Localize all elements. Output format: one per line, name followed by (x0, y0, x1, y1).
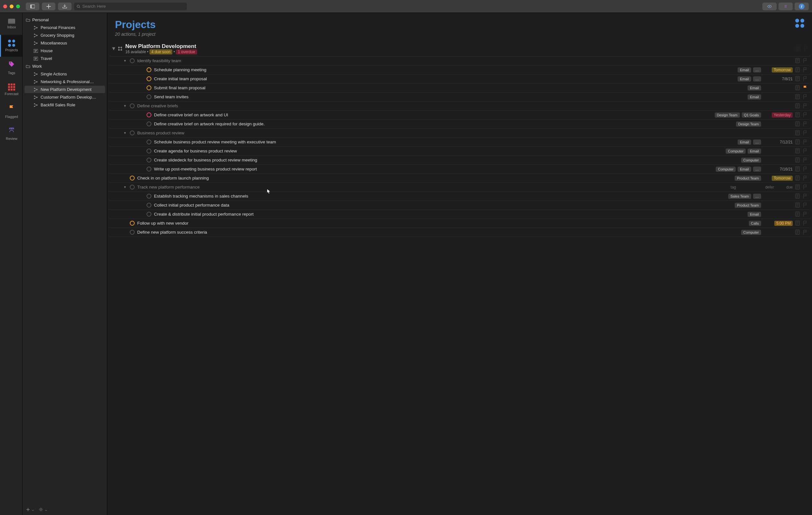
note-icon[interactable] (795, 85, 800, 90)
task-status-circle[interactable] (147, 139, 151, 144)
task-status-circle[interactable] (130, 58, 135, 63)
task-status-circle[interactable] (130, 175, 135, 181)
tag-pill[interactable]: Email (748, 212, 761, 217)
flag-button[interactable] (802, 148, 808, 154)
tag-pill[interactable]: … (753, 167, 761, 172)
tag-pill[interactable]: … (753, 139, 761, 145)
note-icon[interactable] (795, 193, 800, 198)
tag-pill[interactable]: … (753, 67, 761, 73)
flag-button[interactable] (802, 230, 808, 235)
flag-button[interactable] (802, 221, 808, 226)
task-status-circle[interactable] (130, 230, 135, 235)
task-row[interactable]: ▼Check in on platform launch planningPro… (109, 174, 810, 183)
toggle-sidebar-button[interactable] (26, 3, 39, 10)
sidebar-item[interactable]: Networking & Professional… (25, 78, 105, 85)
task-status-circle[interactable] (147, 85, 151, 90)
tag-pill[interactable]: Email (748, 148, 761, 154)
task-status-circle[interactable] (147, 212, 151, 217)
sidebar-item[interactable]: New Platform Development (25, 86, 105, 93)
search-input[interactable] (82, 4, 184, 9)
task-row[interactable]: ▼Write up post-meeting business product … (109, 165, 810, 174)
task-group-row[interactable]: ▼Identify feasibility team (109, 56, 810, 65)
search-field[interactable] (74, 3, 187, 10)
flag-button[interactable] (802, 158, 808, 163)
perspective-flagged[interactable]: Flagged (0, 101, 22, 123)
flag-button[interactable] (802, 104, 808, 109)
note-icon[interactable] (795, 148, 800, 154)
zoom-window-button[interactable] (16, 4, 20, 8)
task-row[interactable]: ▼Send team invitesEmail (109, 92, 810, 102)
sidebar-item[interactable]: Personal Finances (25, 24, 105, 31)
task-row[interactable]: ▼Submit final team proposalEmail (109, 83, 810, 92)
tag-pill[interactable]: … (753, 76, 761, 82)
task-status-circle[interactable] (130, 185, 135, 190)
flag-button[interactable] (802, 131, 808, 136)
task-status-circle[interactable] (147, 67, 151, 72)
disclosure-triangle[interactable]: ▼ (123, 104, 127, 108)
perspective-projects[interactable]: Projects (0, 35, 22, 57)
flag-button[interactable] (802, 203, 808, 208)
task-status-circle[interactable] (130, 104, 135, 108)
task-status-circle[interactable] (130, 131, 135, 135)
tag-pill[interactable]: Email (748, 85, 761, 90)
disclosure-triangle[interactable]: ▼ (123, 185, 127, 189)
add-button[interactable] (42, 3, 55, 10)
task-row[interactable]: ▼Create agenda for business product revi… (109, 146, 810, 156)
note-icon[interactable] (795, 112, 800, 117)
quick-entry-button[interactable] (58, 3, 71, 10)
defer-placeholder[interactable]: defer (738, 185, 774, 190)
task-status-circle[interactable] (147, 158, 151, 162)
tag-pill[interactable]: Design Team (736, 121, 761, 127)
perspective-inbox[interactable]: Inbox (0, 13, 22, 35)
task-status-circle[interactable] (147, 203, 151, 208)
task-status-circle[interactable] (147, 194, 151, 198)
task-row[interactable]: ▼Establish tracking mechanisms in sales … (109, 192, 810, 201)
flag-button[interactable] (802, 85, 808, 90)
note-icon[interactable] (795, 166, 800, 171)
tag-pill[interactable]: Sales Team (728, 194, 751, 199)
task-row[interactable]: ▼Schedule business product review meetin… (109, 138, 810, 146)
note-icon[interactable] (795, 211, 800, 217)
note-icon[interactable] (795, 157, 800, 162)
flag-button[interactable] (802, 58, 808, 63)
note-icon[interactable] (795, 103, 800, 108)
task-group-row[interactable]: ▼Track new platform performancetagdeferd… (109, 183, 810, 192)
tag-placeholder[interactable]: tag (714, 185, 736, 190)
sidebar-item[interactable]: House (25, 47, 105, 54)
tag-pill[interactable]: Email (748, 94, 761, 100)
task-group-row[interactable]: ▼Define creative briefs (109, 102, 810, 111)
note-icon[interactable] (795, 58, 800, 63)
disclosure-triangle[interactable]: ▼ (111, 46, 115, 52)
flag-button[interactable] (802, 194, 808, 199)
tag-pill[interactable]: Email (737, 76, 751, 82)
task-row[interactable]: ▼Follow up with new vendorCalls5:00 PM (109, 219, 810, 228)
task-status-circle[interactable] (147, 76, 151, 81)
perspective-review[interactable]: Review (0, 123, 22, 144)
flag-button[interactable] (802, 94, 808, 100)
task-status-circle[interactable] (147, 112, 151, 117)
flag-button[interactable] (802, 139, 808, 145)
task-row[interactable]: ▼Create & distribute initial product per… (109, 210, 810, 219)
task-row[interactable]: ▼Define creative brief on artwork and UI… (109, 111, 810, 119)
project-header-row[interactable]: ▼ New Platform Development 16 available … (109, 41, 810, 56)
flag-button[interactable] (802, 185, 808, 190)
flag-icon[interactable] (804, 46, 808, 51)
task-row[interactable]: ▼Define creative brief on artwork requir… (109, 119, 810, 129)
task-group-row[interactable]: ▼Business product review (109, 129, 810, 138)
close-window-button[interactable] (3, 4, 7, 8)
flag-button[interactable] (802, 212, 808, 217)
note-icon[interactable] (795, 121, 800, 126)
tag-pill[interactable]: Email (737, 167, 751, 172)
note-icon[interactable] (795, 67, 800, 72)
task-row[interactable]: ▼Create slidedeck for business product r… (109, 156, 810, 165)
folder-work[interactable]: Work (23, 62, 107, 70)
tag-pill[interactable]: Computer (726, 148, 746, 154)
tag-pill[interactable]: Computer (741, 158, 761, 163)
flag-button[interactable] (802, 67, 808, 73)
flag-button[interactable] (802, 112, 808, 118)
perspective-tags[interactable]: Tags (0, 57, 22, 79)
sidebar-item[interactable]: Grocery Shopping (25, 32, 105, 39)
sidebar-settings-button[interactable] (39, 507, 47, 513)
focus-button[interactable] (762, 3, 777, 10)
task-row[interactable]: ▼Collect initial product performance dat… (109, 201, 810, 210)
